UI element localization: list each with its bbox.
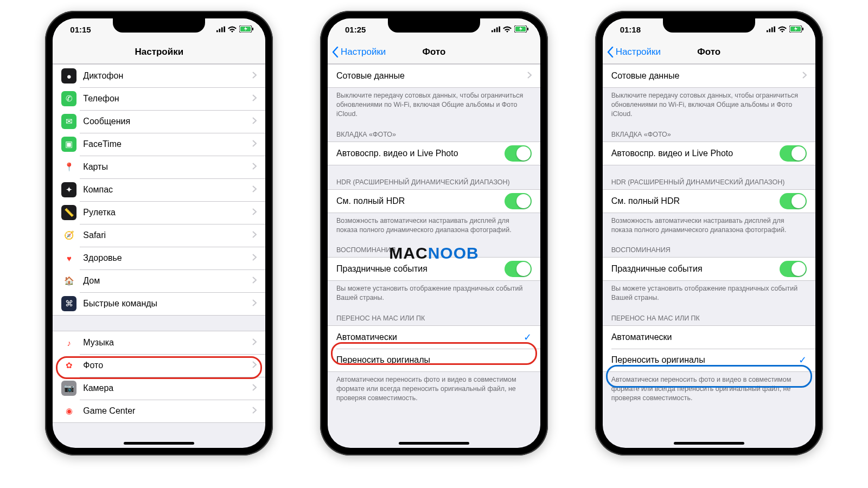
transfer-auto-row[interactable]: Автоматически ✓: [328, 326, 540, 349]
home-indicator[interactable]: [124, 442, 194, 445]
chevron-right-icon: [252, 117, 257, 126]
autoplay-row[interactable]: Автовоспр. видео и Live Photo: [328, 142, 540, 165]
cellular-signal-icon: [767, 25, 775, 34]
svg-rect-10: [499, 26, 500, 32]
settings-row-label: Здоровье: [83, 253, 252, 263]
photos-settings[interactable]: Сотовые данные Выключите передачу сотовы…: [603, 64, 815, 448]
battery-icon: [514, 25, 528, 34]
wifi-icon: [503, 25, 512, 34]
hdr-row[interactable]: См. полный HDR: [328, 190, 540, 213]
settings-row[interactable]: ✦Компас: [53, 178, 265, 201]
phone-frame-1: 01:15 Настройки ●Диктофон✆Телефон✉Сообще…: [45, 11, 273, 455]
photos-settings[interactable]: Сотовые данные Выключите передачу сотовы…: [328, 64, 540, 448]
section-header-transfer: ПЕРЕНОС НА MAC ИЛИ ПК: [603, 307, 815, 325]
app-icon: 📏: [61, 205, 76, 220]
memories-row[interactable]: Праздничные события: [328, 258, 540, 280]
svg-rect-8: [494, 29, 495, 32]
autoplay-row[interactable]: Автовоспр. видео и Live Photo: [603, 142, 815, 165]
page-title: Настройки: [135, 47, 183, 57]
chevron-right-icon: [252, 383, 257, 393]
settings-row-label: Дом: [83, 276, 252, 286]
cellular-signal-icon: [216, 25, 225, 34]
back-button[interactable]: Настройки: [332, 47, 386, 57]
settings-row-label: FaceTime: [83, 139, 252, 149]
back-button[interactable]: Настройки: [607, 47, 661, 57]
settings-row[interactable]: ⌘Быстрые команды: [53, 292, 265, 315]
settings-row-label: Компас: [83, 185, 252, 195]
settings-row-label: Диктофон: [83, 71, 252, 81]
svg-rect-1: [219, 29, 221, 32]
settings-row[interactable]: ◉Game Center: [53, 400, 265, 422]
toggle-on-icon[interactable]: [505, 193, 532, 209]
transfer-originals-row[interactable]: Переносить оригиналы: [328, 349, 540, 371]
settings-row[interactable]: 🧭Safari: [53, 224, 265, 247]
cellular-footer: Выключите передачу сотовых данных, чтобы…: [603, 88, 815, 123]
settings-row-label: Карты: [83, 162, 252, 172]
hdr-row[interactable]: См. полный HDR: [603, 190, 815, 213]
settings-row[interactable]: ♪Музыка: [53, 331, 265, 354]
section-header-tab: ВКЛАДКА «ФОТО»: [328, 123, 540, 142]
settings-row[interactable]: 📏Рулетка: [53, 201, 265, 224]
chevron-right-icon: [252, 139, 257, 149]
home-indicator[interactable]: [399, 442, 469, 445]
svg-rect-16: [771, 27, 773, 32]
nav-bar: Настройки: [53, 40, 265, 64]
page-title: Фото: [697, 47, 720, 57]
hdr-footer: Возможность автоматически настраивать ди…: [603, 213, 815, 239]
app-icon: ●: [61, 68, 76, 84]
transfer-footer: Автоматически переносить фото и видео в …: [603, 372, 815, 407]
app-icon: ◉: [61, 403, 76, 419]
app-icon: 📷: [61, 381, 76, 396]
toggle-on-icon[interactable]: [780, 261, 807, 277]
section-header-hdr: HDR (РАСШИРЕННЫЙ ДИНАМИЧЕСКИЙ ДИАПАЗОН): [603, 165, 815, 189]
settings-row[interactable]: 🏠Дом: [53, 269, 265, 292]
transfer-auto-row[interactable]: Автоматически: [603, 326, 815, 349]
phone-frame-3: 01:18 Настройки Фото Сотовые данные Выкл…: [595, 11, 823, 455]
toggle-on-icon[interactable]: [780, 193, 807, 209]
settings-row-label: Телефон: [83, 94, 252, 104]
settings-row-label: Game Center: [83, 406, 252, 416]
settings-row[interactable]: 📷Камера: [53, 377, 265, 400]
battery-icon: [239, 25, 253, 34]
chevron-right-icon: [802, 71, 807, 81]
svg-rect-0: [216, 30, 218, 32]
svg-rect-9: [496, 27, 498, 32]
chevron-right-icon: [252, 185, 257, 195]
cellular-signal-icon: [492, 25, 500, 34]
cellular-data-row[interactable]: Сотовые данные: [603, 65, 815, 87]
cellular-data-row[interactable]: Сотовые данные: [328, 65, 540, 87]
section-header-memories: ВОСПОМИНАНИЯ: [328, 239, 540, 257]
toggle-on-icon[interactable]: [780, 145, 807, 162]
notch: [663, 18, 755, 33]
cellular-footer: Выключите передачу сотовых данных, чтобы…: [328, 88, 540, 123]
toggle-on-icon[interactable]: [505, 261, 532, 277]
chevron-right-icon: [252, 276, 257, 286]
app-icon: ♪: [61, 335, 76, 350]
settings-row-label: Камера: [83, 383, 252, 393]
settings-row[interactable]: ✆Телефон: [53, 87, 265, 110]
chevron-right-icon: [252, 253, 257, 263]
svg-rect-13: [527, 28, 528, 30]
chevron-right-icon: [252, 71, 257, 81]
settings-list[interactable]: ●Диктофон✆Телефон✉Сообщения▣FaceTime📍Кар…: [53, 64, 265, 448]
settings-row[interactable]: ●Диктофон: [53, 65, 265, 87]
app-icon: ✆: [61, 91, 76, 106]
settings-row[interactable]: 📍Карты: [53, 156, 265, 178]
settings-row[interactable]: ✉Сообщения: [53, 110, 265, 133]
wifi-icon: [778, 25, 787, 34]
transfer-originals-row[interactable]: Переносить оригиналы ✓: [603, 349, 815, 371]
memories-row[interactable]: Праздничные события: [603, 258, 815, 280]
settings-row[interactable]: ♥Здоровье: [53, 247, 265, 269]
chevron-right-icon: [252, 162, 257, 172]
chevron-right-icon: [252, 338, 257, 348]
settings-row-label: Фото: [83, 361, 252, 370]
settings-row[interactable]: ✿Фото: [53, 354, 265, 377]
chevron-right-icon: [252, 208, 257, 217]
home-indicator[interactable]: [674, 442, 744, 445]
toggle-on-icon[interactable]: [505, 145, 532, 162]
chevron-right-icon: [252, 406, 257, 416]
app-icon: ✿: [61, 358, 76, 373]
section-header-hdr: HDR (РАСШИРЕННЫЙ ДИНАМИЧЕСКИЙ ДИАПАЗОН): [328, 165, 540, 189]
app-icon: ⌘: [61, 296, 76, 311]
settings-row[interactable]: ▣FaceTime: [53, 133, 265, 156]
